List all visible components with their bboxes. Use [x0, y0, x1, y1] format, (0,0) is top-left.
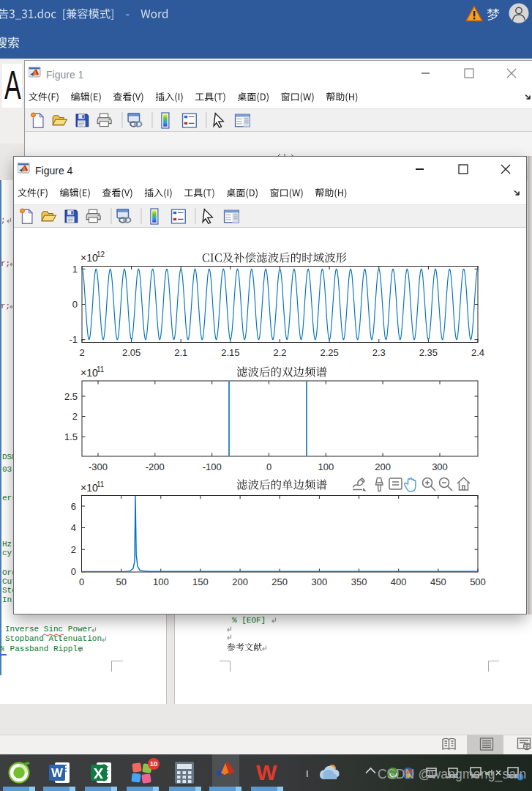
svg-text:×10: ×10 — [80, 482, 98, 494]
svg-text:200: 200 — [375, 461, 391, 472]
svg-text:2.4: 2.4 — [471, 347, 484, 358]
svg-text:400: 400 — [391, 576, 407, 587]
svg-text:450: 450 — [430, 576, 446, 587]
svg-text:200: 200 — [232, 576, 248, 587]
svg-text:2: 2 — [71, 544, 76, 555]
svg-text:2.1: 2.1 — [174, 347, 187, 358]
svg-text:2: 2 — [79, 347, 84, 358]
svg-text:100: 100 — [153, 576, 169, 587]
svg-text:-100: -100 — [203, 461, 222, 472]
svg-text:2: 2 — [72, 411, 78, 422]
svg-text:10: 10 — [150, 760, 158, 768]
svg-text:500: 500 — [470, 576, 486, 587]
svg-text:100: 100 — [318, 461, 334, 472]
svg-text:2.15: 2.15 — [221, 347, 239, 358]
svg-text:300: 300 — [312, 576, 328, 587]
svg-text:×10: ×10 — [80, 252, 98, 264]
svg-text:2.3: 2.3 — [372, 347, 386, 358]
svg-text:1.5: 1.5 — [64, 431, 78, 442]
svg-text:300: 300 — [432, 461, 448, 472]
svg-text:2.35: 2.35 — [419, 347, 438, 358]
svg-text:2.2: 2.2 — [273, 347, 286, 358]
svg-text:0: 0 — [72, 299, 78, 310]
svg-text:11: 11 — [97, 480, 105, 489]
svg-text:W: W — [256, 760, 277, 784]
svg-text:6: 6 — [71, 501, 76, 512]
svg-text:12: 12 — [97, 250, 105, 259]
svg-text:×10: ×10 — [80, 367, 98, 379]
svg-text:250: 250 — [271, 576, 288, 587]
svg-text:0: 0 — [79, 576, 84, 587]
svg-text:350: 350 — [351, 576, 367, 587]
svg-text:-1: -1 — [69, 334, 78, 345]
svg-text:11: 11 — [97, 365, 105, 374]
svg-text:150: 150 — [192, 576, 209, 587]
svg-text:-200: -200 — [146, 461, 165, 472]
svg-text:2.05: 2.05 — [122, 347, 141, 358]
svg-text:2.25: 2.25 — [320, 347, 338, 358]
svg-text:2.5: 2.5 — [64, 391, 78, 402]
svg-text:4: 4 — [71, 522, 76, 533]
svg-text:-300: -300 — [89, 461, 108, 472]
svg-text:0: 0 — [71, 566, 76, 577]
svg-text:1: 1 — [72, 264, 78, 275]
svg-text:50: 50 — [116, 576, 126, 587]
svg-text:0: 0 — [266, 461, 271, 472]
